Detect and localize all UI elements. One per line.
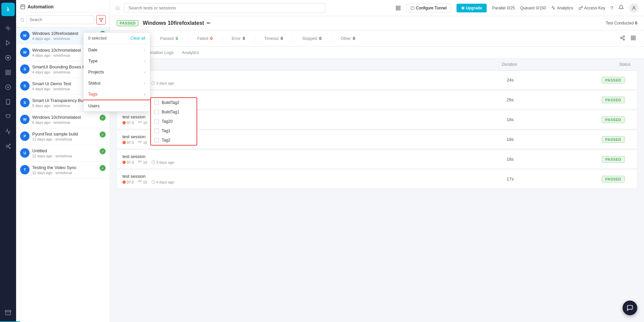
- sidebar-item-realtime[interactable]: [1, 51, 15, 64]
- svg-point-24: [21, 18, 24, 21]
- tag-option-tag2[interactable]: Tag2: [151, 136, 197, 145]
- avatar: S: [20, 98, 30, 107]
- configure-tunnel-button[interactable]: Configure Tunnel: [406, 4, 451, 12]
- notifications-icon[interactable]: [619, 5, 624, 11]
- filter-status-item[interactable]: Status ›: [84, 77, 150, 89]
- builds-search-input[interactable]: [26, 15, 94, 24]
- avatar: S: [20, 64, 30, 74]
- sidebar: λ: [0, 0, 16, 322]
- build-info: Windows 10chromelatest 6 days ago · sriv…: [32, 115, 97, 124]
- svg-point-38: [621, 37, 622, 39]
- table-row[interactable]: test session 97.0 10 3 days ago: [117, 150, 637, 169]
- svg-point-13: [6, 145, 8, 147]
- analytics-link[interactable]: Analytics: [551, 6, 573, 10]
- share-button[interactable]: [619, 34, 627, 43]
- sidebar-item-visual[interactable]: [1, 66, 15, 79]
- queued-count: Queued 0/150: [520, 6, 546, 10]
- topnav-search-input[interactable]: [124, 3, 325, 13]
- checkbox-tag1[interactable]: [154, 128, 159, 133]
- filter-type-item[interactable]: Type ›: [84, 55, 150, 66]
- sidebar-item-tunnel[interactable]: [1, 110, 15, 123]
- help-icon[interactable]: ?: [610, 5, 613, 11]
- avatar: T: [20, 165, 30, 174]
- avatar: W: [20, 48, 30, 57]
- build-detail-header: PASSED Windows 10firefoxlatest ✏ Test Co…: [110, 16, 644, 31]
- svg-rect-4: [6, 70, 7, 72]
- tag-option-tag1[interactable]: Tag1: [151, 126, 197, 136]
- tag-option-buildtag1[interactable]: BuildTag1: [151, 107, 197, 117]
- svg-line-16: [8, 145, 9, 146]
- chevron-right-icon: ›: [144, 92, 145, 96]
- checkbox-buildtag2[interactable]: [154, 100, 159, 105]
- settings-icon[interactable]: [629, 34, 637, 43]
- tag-option-buildtag2[interactable]: BuildTag2: [151, 98, 197, 107]
- main-content: Configure Tunnel ⊕ Upgrade Parallel 0/25…: [110, 0, 644, 322]
- sidebar-item-integrations[interactable]: [1, 140, 15, 153]
- filter-tags-item[interactable]: Tags ›: [84, 89, 150, 100]
- filter-dropdown: 0 selected Clear all Date › Type › Proje…: [83, 32, 150, 112]
- filter-users-item[interactable]: Users ›: [84, 100, 150, 111]
- sidebar-item-automation[interactable]: [1, 36, 15, 50]
- status-pass-icon: ✓: [100, 165, 106, 171]
- build-item[interactable]: P PyunitTest sample build 11 days ago · …: [16, 128, 110, 145]
- svg-point-39: [623, 39, 625, 40]
- filter-date-item[interactable]: Date ›: [84, 44, 150, 55]
- sidebar-item-app[interactable]: [1, 95, 15, 109]
- svg-marker-1: [6, 41, 10, 45]
- stat-failed: Failed 0: [197, 36, 213, 41]
- checkbox-tag20[interactable]: [154, 119, 159, 124]
- filter-projects-item[interactable]: Projects ›: [84, 66, 150, 77]
- status-badge: PASSED: [117, 20, 139, 26]
- build-item[interactable]: T Testing the Video Sync 12 days ago · s…: [16, 162, 110, 178]
- access-key-link[interactable]: Access Key: [579, 6, 605, 10]
- svg-point-0: [7, 28, 9, 29]
- build-item[interactable]: W Windows 10chromelatest 6 days ago · sr…: [16, 111, 110, 128]
- svg-rect-59: [140, 161, 142, 162]
- topnav-search-icon: [115, 6, 120, 10]
- filter-button[interactable]: [96, 15, 106, 24]
- filter-header: 0 selected Clear all: [84, 33, 150, 44]
- build-detail-title: Windows 10firefoxlatest ✏: [143, 20, 211, 26]
- svg-line-17: [8, 147, 9, 148]
- table-header: Duration Status: [117, 59, 637, 70]
- builds-panel-header: Automation: [16, 0, 110, 12]
- svg-rect-5: [9, 70, 10, 72]
- build-detail: PASSED Windows 10firefoxlatest ✏ Test Co…: [110, 16, 644, 322]
- user-avatar[interactable]: [629, 3, 639, 13]
- upgrade-button[interactable]: ⊕ Upgrade: [457, 4, 487, 12]
- logo-icon[interactable]: λ: [1, 3, 15, 16]
- table-row[interactable]: test session 97.0 10 4 days ago: [117, 169, 637, 189]
- search-bar: [16, 12, 110, 28]
- checkbox-buildtag1[interactable]: [154, 110, 159, 114]
- chat-button[interactable]: [623, 301, 637, 315]
- tab-analytics[interactable]: Analytics: [182, 47, 199, 59]
- svg-rect-29: [396, 6, 398, 8]
- panel-title: Automation: [20, 4, 54, 9]
- svg-point-3: [7, 57, 9, 59]
- avatar: P: [20, 131, 30, 141]
- svg-point-14: [9, 144, 10, 145]
- sidebar-item-analytics[interactable]: [1, 125, 15, 138]
- parallel-count: Parallel 0/25: [492, 6, 515, 10]
- checkbox-tag2[interactable]: [154, 138, 159, 143]
- sidebar-item-archive[interactable]: [1, 306, 15, 319]
- sidebar-item-add[interactable]: [1, 80, 15, 94]
- svg-line-40: [622, 38, 624, 39]
- svg-rect-7: [9, 73, 10, 75]
- grid-view-icon[interactable]: [395, 5, 401, 11]
- svg-rect-20: [21, 5, 25, 9]
- svg-rect-52: [139, 121, 140, 123]
- build-item[interactable]: U Untitled 12 days ago · srivishnua ✓: [16, 145, 110, 162]
- test-conducted: Test Conducted 6: [606, 21, 637, 25]
- tab-bar: All Tests Automation Logs Analytics: [110, 47, 644, 59]
- sidebar-item-deploy[interactable]: [1, 21, 15, 35]
- chevron-right-icon: ›: [144, 48, 145, 52]
- table-row[interactable]: test session 97.0 10 3 days ago: [117, 70, 637, 90]
- svg-rect-31: [396, 8, 398, 10]
- svg-rect-44: [631, 38, 633, 40]
- svg-line-41: [622, 37, 624, 38]
- edit-icon[interactable]: ✏: [207, 20, 211, 26]
- filter-clear-button[interactable]: Clear all: [130, 36, 145, 41]
- svg-rect-45: [634, 38, 635, 40]
- tag-option-tag20[interactable]: Tag20: [151, 117, 197, 126]
